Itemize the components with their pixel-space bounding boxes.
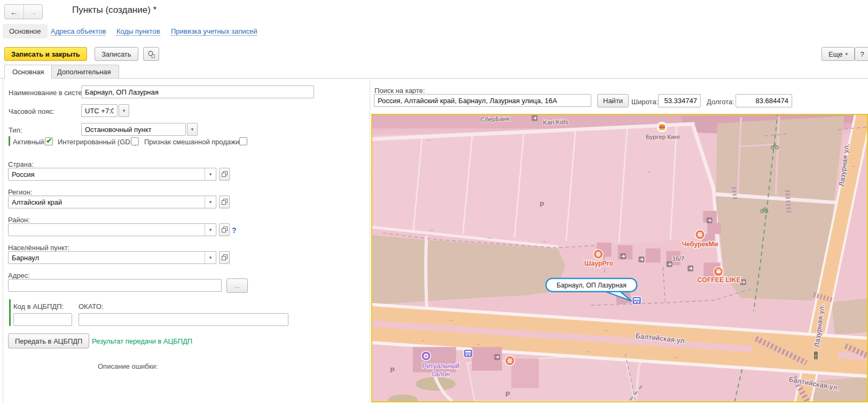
type-input[interactable] [81, 123, 186, 136]
panel-border [0, 78, 868, 79]
chevron-down-icon: ▾ [209, 255, 212, 260]
active-checkbox[interactable] [45, 137, 53, 145]
entrance-icon [687, 266, 693, 271]
error-description-label: Описание ошибки: [98, 362, 158, 370]
region-dropdown-button[interactable]: ▾ [205, 196, 216, 208]
map-label: ← [426, 135, 433, 143]
timezone-label: Часовой пояс: [9, 107, 54, 115]
atsbpdp-code-input[interactable] [13, 313, 72, 326]
region-label: Регион: [8, 188, 32, 196]
region-input[interactable] [8, 196, 216, 208]
map-label: 16/7 [672, 255, 684, 262]
callout-label: Барнаул, ОП Лазурная [557, 282, 627, 289]
panel-left-border [3, 78, 3, 402]
map-canvas[interactable]: СберБанкKari KidsБургер Кинг16/7ЧебурекМ… [371, 114, 868, 402]
country-input[interactable] [8, 168, 216, 181]
longitude-input[interactable] [736, 94, 792, 107]
entrance-icon [740, 279, 746, 285]
country-open-button[interactable] [219, 168, 230, 181]
map-label: → [474, 339, 481, 347]
city-dropdown-button[interactable]: ▾ [205, 251, 216, 264]
city-input[interactable] [8, 251, 216, 264]
food-icon [505, 356, 515, 366]
ritual-icon [421, 351, 431, 361]
help-button[interactable]: ? [855, 47, 868, 61]
district-help-link[interactable]: ? [232, 226, 237, 235]
mixed-sale-label: Признак смешанной продажи: [144, 138, 241, 146]
map-label: ЧебурекМи [682, 240, 718, 248]
tab-main[interactable]: Основная [4, 65, 52, 79]
open-form-icon [222, 199, 228, 206]
map-label: → [419, 336, 426, 344]
save-close-button[interactable]: Записать и закрыть [4, 47, 87, 61]
more-button-label: Еще [828, 50, 842, 58]
nav-link-codes[interactable]: Коды пунктов [116, 27, 160, 36]
district-dropdown-button[interactable]: ▾ [205, 223, 216, 236]
atsbpdp-result-link[interactable]: Результат передачи в АЦБПДП [92, 337, 192, 345]
map-search-label: Поиск на карте: [374, 87, 425, 95]
map-search-input[interactable] [374, 94, 591, 107]
map-label: P [390, 366, 395, 374]
address-picker-button[interactable]: ... [226, 278, 248, 293]
type-label: Тип: [9, 126, 22, 134]
map-label: ← [646, 167, 653, 175]
entrance-icon [707, 217, 713, 223]
page-title: Пункты (создание) * [72, 5, 157, 15]
back-button[interactable]: ← [5, 5, 24, 19]
entrance-icon [639, 257, 645, 262]
map-label: → [585, 347, 592, 355]
mixed-sale-checkbox[interactable] [239, 137, 247, 145]
tab-additional[interactable]: Дополнительная [49, 65, 119, 78]
splitter[interactable] [370, 80, 370, 402]
food-icon [593, 250, 603, 259]
map-label: ← [756, 336, 763, 344]
food-icon [695, 230, 705, 239]
city-open-button[interactable] [219, 251, 230, 264]
map-label: → [428, 225, 435, 232]
chevron-down-icon: ▾ [123, 108, 126, 113]
map-label: Kari Kids [543, 118, 568, 127]
map-label: COFFEE LIKE [697, 276, 740, 284]
save-button[interactable]: Записать [95, 47, 138, 61]
window: ← → Пункты (создание) * Основное Адреса … [0, 0, 868, 404]
map-label: Ритуальный [422, 362, 459, 370]
nav-item-main[interactable]: Основное [3, 24, 48, 38]
okato-label: ОКАТО: [79, 302, 103, 310]
required-marker [9, 299, 11, 326]
nav-link-addresses[interactable]: Адреса объектов [51, 27, 106, 36]
gds-checkbox[interactable] [131, 137, 139, 145]
timezone-input[interactable] [81, 104, 118, 117]
atsbpdp-code-label: Код в АЦБПДП: [13, 302, 64, 310]
district-input[interactable] [8, 223, 216, 236]
timezone-dropdown-button[interactable]: ▾ [119, 104, 129, 117]
map-label: Бургер Кинг [646, 133, 681, 141]
latitude-label: Широта: [631, 98, 658, 106]
entrance-icon [531, 115, 537, 121]
okato-input[interactable] [79, 313, 288, 326]
map-label: → [672, 353, 679, 361]
back-arrow-icon: ← [10, 7, 18, 17]
find-button-toolbar[interactable] [143, 47, 159, 61]
more-button[interactable]: Еще ▾ [822, 47, 855, 61]
name-input[interactable] [81, 86, 314, 98]
nav-link-accounts[interactable]: Привязка учетных записей [171, 27, 257, 36]
chevron-down-icon: ▾ [191, 127, 194, 132]
district-open-button[interactable] [219, 223, 230, 236]
region-open-button[interactable] [219, 196, 230, 208]
country-dropdown-button[interactable]: ▾ [205, 168, 216, 181]
chevron-down-icon: ▾ [209, 172, 212, 177]
latitude-input[interactable] [658, 94, 701, 107]
magnifier-icon [147, 50, 155, 58]
bus-icon [632, 297, 642, 305]
map-label: ← [850, 161, 857, 169]
send-atsbpdp-button[interactable]: Передать в АЦБПДП [8, 333, 89, 348]
type-dropdown-button[interactable]: ▾ [187, 123, 198, 136]
map-find-button[interactable]: Найти [597, 94, 629, 107]
map-label: P [505, 390, 510, 398]
entrance-icon [494, 354, 500, 360]
longitude-label: Долгота: [707, 98, 734, 106]
forward-button[interactable]: → [24, 5, 42, 19]
district-label: Район: [8, 216, 30, 224]
name-label: Наименование в системе: [9, 89, 92, 97]
address-input[interactable] [8, 279, 222, 292]
